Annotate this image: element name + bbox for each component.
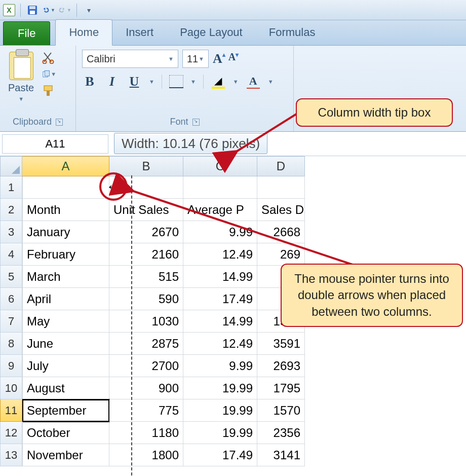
underline-button[interactable]: U bbox=[127, 74, 142, 89]
paste-dropdown-icon[interactable]: ▼ bbox=[18, 96, 24, 102]
row-header[interactable]: 7 bbox=[0, 310, 22, 333]
cell[interactable]: 19.99 bbox=[183, 399, 257, 422]
bold-button[interactable]: B bbox=[82, 74, 97, 89]
cell[interactable]: 1180 bbox=[109, 422, 183, 444]
select-all-corner[interactable] bbox=[0, 156, 22, 176]
cell[interactable]: July bbox=[22, 355, 109, 377]
cell[interactable]: 12.49 bbox=[183, 333, 257, 355]
grow-font-button[interactable]: A▴ bbox=[213, 51, 225, 66]
font-name-value: Calibri bbox=[87, 53, 115, 65]
svg-rect-8 bbox=[47, 91, 50, 96]
tab-formulas[interactable]: Formulas bbox=[256, 20, 329, 45]
cell[interactable]: 1570 bbox=[257, 399, 305, 422]
undo-dropdown-icon[interactable]: ▼ bbox=[51, 8, 55, 13]
cell[interactable]: May bbox=[22, 310, 109, 333]
font-launcher[interactable] bbox=[192, 119, 200, 126]
cell[interactable]: 3141 bbox=[257, 444, 305, 466]
cell[interactable]: 14.99 bbox=[183, 310, 257, 333]
row-header[interactable]: 12 bbox=[0, 422, 22, 444]
cell[interactable]: April bbox=[22, 288, 109, 310]
font-name-combo[interactable]: Calibri ▼ bbox=[82, 50, 178, 68]
cell[interactable]: 9.99 bbox=[183, 355, 257, 377]
row-header[interactable]: 2 bbox=[0, 199, 22, 221]
paste-label: Paste bbox=[8, 82, 34, 94]
cell[interactable]: 2693 bbox=[257, 355, 305, 377]
cell[interactable]: November bbox=[22, 444, 109, 466]
cell[interactable]: 900 bbox=[109, 377, 183, 399]
cell[interactable]: 1800 bbox=[109, 444, 183, 466]
row-header[interactable]: 10 bbox=[0, 377, 22, 399]
column-header-b[interactable]: B bbox=[109, 156, 183, 176]
svg-rect-7 bbox=[44, 86, 52, 91]
format-painter-button[interactable] bbox=[42, 84, 56, 96]
borders-dropdown-icon[interactable]: ▼ bbox=[190, 79, 196, 85]
undo-button[interactable]: ▼ bbox=[42, 4, 55, 17]
shrink-font-button[interactable]: A▾ bbox=[228, 51, 239, 66]
row-header[interactable]: 4 bbox=[0, 243, 22, 266]
cell[interactable]: 590 bbox=[109, 288, 183, 310]
row-header[interactable]: 1 bbox=[0, 176, 22, 199]
bucket-icon: ◢ bbox=[214, 75, 222, 87]
group-clipboard: Paste ▼ ▼ Clipboard bbox=[0, 46, 76, 131]
row-header[interactable]: 6 bbox=[0, 288, 22, 310]
paste-button[interactable]: Paste ▼ bbox=[6, 50, 36, 115]
cell[interactable]: October bbox=[22, 422, 109, 444]
dropdown-icon: ▼ bbox=[168, 56, 174, 62]
cell[interactable]: 17.49 bbox=[183, 444, 257, 466]
save-button[interactable] bbox=[26, 4, 39, 17]
underline-dropdown-icon[interactable]: ▼ bbox=[149, 79, 154, 85]
row-header[interactable]: 3 bbox=[0, 221, 22, 243]
clipboard-launcher[interactable] bbox=[56, 119, 63, 126]
ribbon-tabstrip: File Home Insert Page Layout Formulas bbox=[0, 20, 466, 46]
cell[interactable]: February bbox=[22, 243, 109, 266]
cell[interactable]: 775 bbox=[109, 399, 183, 422]
copy-button[interactable]: ▼ bbox=[42, 68, 56, 80]
font-color-button[interactable]: A bbox=[246, 75, 261, 89]
cell[interactable]: January bbox=[22, 221, 109, 243]
cell[interactable]: August bbox=[22, 377, 109, 399]
cell[interactable]: 19.99 bbox=[183, 422, 257, 444]
row-header[interactable]: 13 bbox=[0, 444, 22, 466]
cell[interactable]: 17.49 bbox=[183, 288, 257, 310]
row-header[interactable]: 9 bbox=[0, 355, 22, 377]
column-header-a[interactable]: A bbox=[22, 156, 109, 176]
row-header[interactable]: 5 bbox=[0, 266, 22, 288]
tab-file[interactable]: File bbox=[3, 21, 50, 45]
row-header[interactable]: 11 bbox=[0, 399, 22, 422]
borders-button[interactable] bbox=[169, 75, 183, 88]
separator bbox=[76, 4, 77, 17]
font-size-value: 11 bbox=[187, 53, 198, 65]
callout-pointer: The mouse pointer turns into double arro… bbox=[281, 264, 463, 327]
redo-dropdown-icon[interactable]: ▼ bbox=[67, 8, 71, 13]
cell[interactable]: 2700 bbox=[109, 355, 183, 377]
fill-color-button[interactable]: ◢ bbox=[211, 75, 226, 89]
copy-dropdown-icon[interactable]: ▼ bbox=[51, 71, 56, 77]
tab-page-layout[interactable]: Page Layout bbox=[167, 20, 256, 45]
redo-button[interactable]: ▼ bbox=[58, 4, 71, 17]
dropdown-icon: ▼ bbox=[199, 56, 204, 62]
cell[interactable]: June bbox=[22, 333, 109, 355]
cell[interactable]: Month bbox=[22, 199, 109, 221]
tab-home[interactable]: Home bbox=[55, 19, 112, 46]
cell[interactable]: 3591 bbox=[257, 333, 305, 355]
cell[interactable]: 1795 bbox=[257, 377, 305, 399]
cell[interactable]: March bbox=[22, 266, 109, 288]
font-size-combo[interactable]: 11 ▼ bbox=[182, 50, 209, 68]
separator bbox=[20, 4, 21, 17]
table-row: June287512.493591 bbox=[22, 333, 466, 355]
fill-dropdown-icon[interactable]: ▼ bbox=[233, 79, 239, 85]
cell[interactable] bbox=[22, 176, 109, 199]
cell[interactable]: September bbox=[22, 399, 109, 422]
cell[interactable]: 1030 bbox=[109, 310, 183, 333]
row-header[interactable]: 8 bbox=[0, 333, 22, 355]
cut-button[interactable] bbox=[42, 52, 56, 64]
fontcolor-dropdown-icon[interactable]: ▼ bbox=[268, 79, 274, 85]
svg-rect-2 bbox=[30, 11, 35, 14]
name-box[interactable]: A11 bbox=[2, 134, 108, 154]
italic-button[interactable]: I bbox=[104, 74, 120, 89]
customize-qat-button[interactable]: ▾ bbox=[82, 4, 95, 17]
tab-insert[interactable]: Insert bbox=[112, 20, 167, 45]
cell[interactable]: 2875 bbox=[109, 333, 183, 355]
cell[interactable]: 19.99 bbox=[183, 377, 257, 399]
cell[interactable]: 2356 bbox=[257, 422, 305, 444]
